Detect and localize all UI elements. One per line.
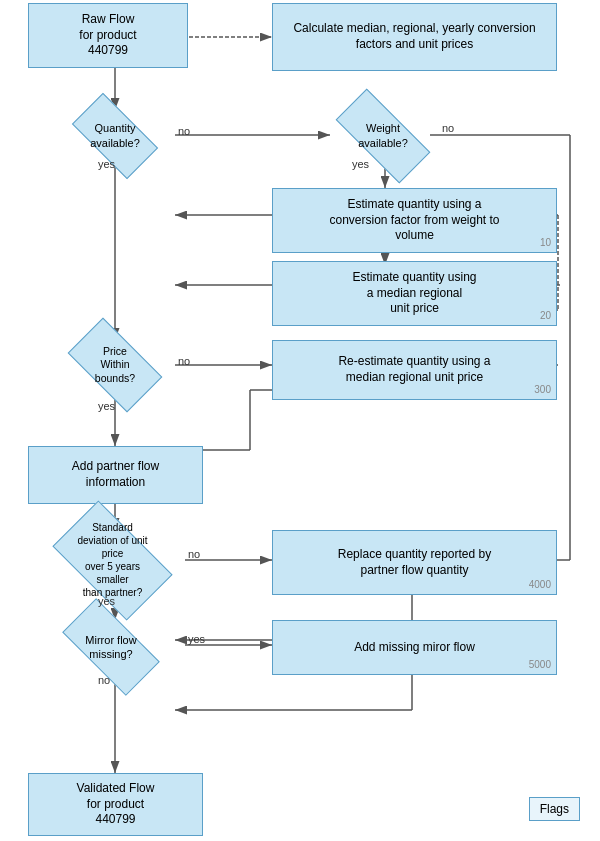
no-label-price: no: [178, 355, 190, 367]
raw-flow-box: Raw Flow for product 440799: [28, 3, 188, 68]
calculate-label: Calculate median, regional, yearly conve…: [277, 21, 552, 52]
estimate-weight-badge: 10: [540, 236, 551, 249]
price-within-wrap: PriceWithinbounds?: [55, 335, 175, 395]
estimate-median-label: Estimate quantity usinga median regional…: [352, 270, 476, 317]
validated-flow-box: Validated Flow for product 440799: [28, 773, 203, 836]
no-label-mirror: no: [98, 674, 110, 686]
mirror-missing-label: Mirror flowmissing?: [85, 633, 136, 662]
quantity-available-label: Quantityavailable?: [90, 121, 140, 150]
add-partner-label: Add partner flow information: [72, 459, 159, 490]
estimate-median-box: Estimate quantity usinga median regional…: [272, 261, 557, 326]
reestimate-label: Re-estimate quantity using amedian regio…: [338, 354, 490, 385]
raw-flow-label: Raw Flow for product 440799: [79, 12, 136, 59]
flags-label: Flags: [540, 802, 569, 816]
replace-quantity-box: Replace quantity reported bypartner flow…: [272, 530, 557, 595]
price-within-label: PriceWithinbounds?: [95, 345, 135, 386]
weight-available-wrap: Weightavailable?: [318, 108, 448, 163]
reestimate-badge: 300: [534, 383, 551, 396]
std-dev-label: Standarddeviation of unit priceover 5 ye…: [68, 521, 158, 599]
estimate-weight-box: Estimate quantity using aconversion fact…: [272, 188, 557, 253]
add-mirror-label: Add missing miror flow: [354, 640, 475, 656]
flowchart: Raw Flow for product 440799 Calculate me…: [0, 0, 600, 841]
mirror-missing-wrap: Mirror flowmissing?: [47, 618, 175, 676]
no-label-quantity: no: [178, 125, 190, 137]
estimate-median-badge: 20: [540, 309, 551, 322]
std-dev-wrap: Standarddeviation of unit priceover 5 ye…: [40, 520, 185, 600]
validated-flow-label: Validated Flow for product 440799: [77, 781, 155, 828]
flags-box: Flags: [529, 797, 580, 821]
no-label-stddev: no: [188, 548, 200, 560]
yes-label-stddev: yes: [98, 595, 115, 607]
yes-label-price: yes: [98, 400, 115, 412]
yes-label-weight: yes: [352, 158, 369, 170]
weight-available-label: Weightavailable?: [358, 121, 408, 150]
add-mirror-badge: 5000: [529, 658, 551, 671]
yes-label-quantity: yes: [98, 158, 115, 170]
no-label-weight: no: [442, 122, 454, 134]
reestimate-box: Re-estimate quantity using amedian regio…: [272, 340, 557, 400]
yes-label-mirror: yes: [188, 633, 205, 645]
quantity-available-wrap: Quantityavailable?: [55, 108, 175, 163]
estimate-weight-label: Estimate quantity using aconversion fact…: [329, 197, 499, 244]
replace-quantity-label: Replace quantity reported bypartner flow…: [338, 547, 491, 578]
add-partner-box: Add partner flow information: [28, 446, 203, 504]
replace-quantity-badge: 4000: [529, 578, 551, 591]
calculate-box: Calculate median, regional, yearly conve…: [272, 3, 557, 71]
add-mirror-box: Add missing miror flow 5000: [272, 620, 557, 675]
